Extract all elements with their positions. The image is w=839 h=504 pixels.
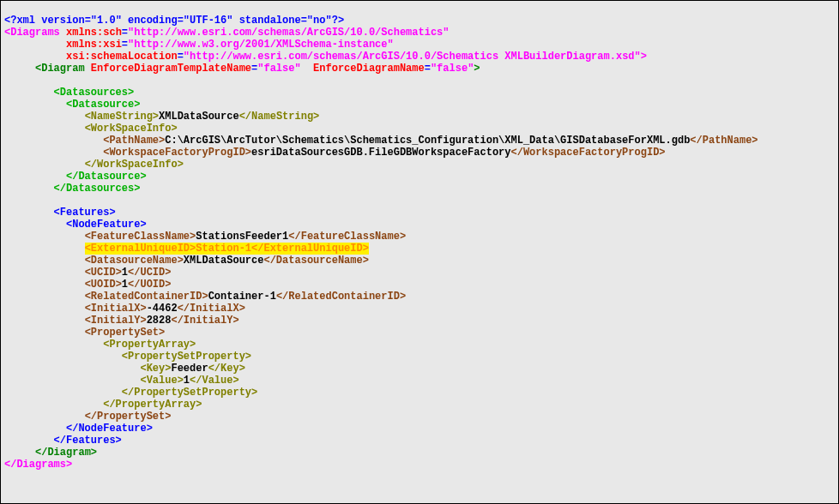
namestring-open: <NameString> bbox=[85, 111, 159, 123]
pathname-close: </PathName> bbox=[690, 135, 758, 147]
datasources-open: <Datasources> bbox=[54, 87, 135, 99]
ucid-close: </UCID> bbox=[128, 267, 171, 279]
featureclassname-close: </FeatureClassName> bbox=[288, 231, 406, 243]
attr-enforcename-val: "false" bbox=[431, 63, 474, 75]
attr-enforcetemplate: EnforceDiagramTemplateName bbox=[91, 63, 251, 75]
proparr-open: <PropertyArray> bbox=[103, 339, 196, 351]
value-close: </Value> bbox=[190, 375, 239, 387]
xml-decl-open: <?xml bbox=[4, 15, 35, 27]
datasource-close: </Datasource> bbox=[66, 171, 147, 183]
initx-val: -4462 bbox=[147, 303, 178, 315]
attr-enforcetemplate-val: "false" bbox=[257, 63, 300, 75]
ucid-val: 1 bbox=[122, 267, 128, 279]
attr-xmlns-sch: xmlns:sch bbox=[66, 27, 122, 39]
uoid-close: </UOID> bbox=[128, 279, 171, 291]
attr-xmlns-xsi: xmlns:xsi bbox=[66, 39, 122, 51]
attr-xmlns-sch-val: "http://www.esri.com/schemas/ArcGIS/10.0… bbox=[128, 27, 449, 39]
inity-close: </InitialY> bbox=[171, 315, 238, 327]
attr-schemalocation: xsi:schemaLocation bbox=[66, 51, 178, 63]
features-close: </Features> bbox=[54, 435, 122, 447]
value-open: <Value> bbox=[140, 375, 183, 387]
propset-close: </PropertySet> bbox=[85, 411, 172, 423]
nodefeature-close: </NodeFeature> bbox=[66, 423, 153, 435]
xml-decl-attrs: version="1.0" encoding="UTF-16" standalo… bbox=[41, 15, 331, 27]
inity-val: 2828 bbox=[147, 315, 172, 327]
features-open: <Features> bbox=[54, 207, 116, 219]
key-val: Feeder bbox=[171, 363, 208, 375]
propsetprop-close: </PropertySetProperty> bbox=[122, 387, 257, 399]
xml-decl-close: ?> bbox=[332, 15, 344, 27]
xml-code-viewer: <?xml version="1.0" encoding="UTF-16" st… bbox=[1, 1, 838, 472]
relcont-open: <RelatedContainerID> bbox=[85, 291, 208, 303]
initx-close: </InitialX> bbox=[178, 303, 245, 315]
uoid-open: <UOID> bbox=[85, 279, 122, 291]
pathname-val: C:\ArcGIS\ArcTutor\Schematics\Schematics… bbox=[165, 135, 690, 147]
ucid-open: <UCID> bbox=[85, 267, 122, 279]
featureclassname-open: <FeatureClassName> bbox=[85, 231, 196, 243]
namestring-val: XMLDataSource bbox=[159, 111, 239, 123]
relcont-close: </RelatedContainerID> bbox=[276, 291, 406, 303]
initx-open: <InitialX> bbox=[85, 303, 147, 315]
diagram-open-tag: <Diagram bbox=[35, 63, 85, 75]
namestring-close: </NameString> bbox=[239, 111, 320, 123]
wfprogid-open: <WorkspaceFactoryProgID> bbox=[103, 147, 251, 159]
datasourcename-val: XMLDataSource bbox=[184, 255, 264, 267]
diagram-open-gt: > bbox=[474, 63, 480, 75]
inity-open: <InitialY> bbox=[85, 315, 147, 327]
propset-open: <PropertySet> bbox=[85, 327, 166, 339]
relcont-val: Container-1 bbox=[208, 291, 276, 303]
attr-schemalocation-val: "http://www.esri.com/schemas/ArcGIS/10.0… bbox=[184, 51, 641, 63]
workspaceinfo-close: </WorkSpaceInfo> bbox=[85, 159, 184, 171]
featureclassname-val: StationsFeeder1 bbox=[196, 231, 288, 243]
wfprogid-val: esriDataSourcesGDB.FileGDBWorkspaceFacto… bbox=[251, 147, 510, 159]
externaluniqueid-val: Station-1 bbox=[196, 243, 251, 255]
datasources-close: </Datasources> bbox=[54, 183, 141, 195]
datasource-open: <Datasource> bbox=[66, 99, 140, 111]
key-close: </Key> bbox=[208, 363, 245, 375]
diagrams-open-gt: > bbox=[641, 51, 647, 63]
uoid-val: 1 bbox=[122, 279, 128, 291]
externaluniqueid-close: </ExternalUniqueID> bbox=[251, 243, 369, 255]
datasourcename-open: <DatasourceName> bbox=[85, 255, 184, 267]
attr-enforcename: EnforceDiagramName bbox=[313, 63, 425, 75]
externaluniqueid-open: <ExternalUniqueID> bbox=[85, 243, 196, 255]
key-open: <Key> bbox=[140, 363, 171, 375]
diagrams-open-tag: <Diagrams bbox=[4, 27, 60, 39]
propsetprop-open: <PropertySetProperty> bbox=[122, 351, 251, 363]
workspaceinfo-open: <WorkSpaceInfo> bbox=[85, 123, 178, 135]
attr-xmlns-xsi-val: "http://www.w3.org/2001/XMLSchema-instan… bbox=[128, 39, 394, 51]
wfprogid-close: </WorkspaceFactoryProgID> bbox=[511, 147, 666, 159]
pathname-open: <PathName> bbox=[103, 135, 165, 147]
value-val: 1 bbox=[184, 375, 190, 387]
diagrams-close: </Diagrams> bbox=[4, 459, 72, 471]
nodefeature-open: <NodeFeature> bbox=[66, 219, 147, 231]
proparr-close: </PropertyArray> bbox=[103, 399, 202, 411]
datasourcename-close: </DatasourceName> bbox=[263, 255, 368, 267]
diagram-close: </Diagram> bbox=[35, 447, 97, 459]
